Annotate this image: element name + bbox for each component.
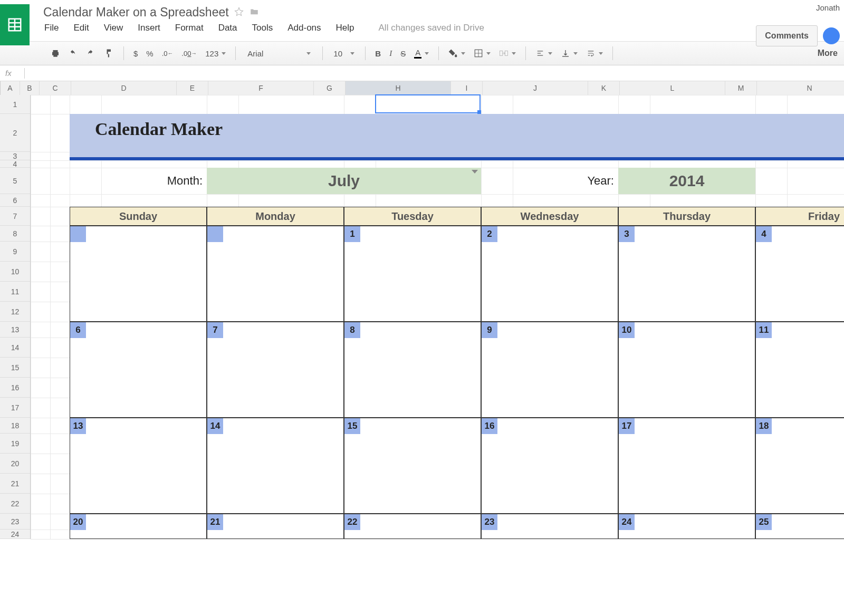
calendar-cell[interactable]: 3 (618, 226, 755, 322)
calendar-cell[interactable]: 22 (344, 514, 481, 539)
month-select[interactable]: July (207, 168, 481, 194)
font-size-select[interactable]: 10 (329, 49, 359, 58)
row-header-22[interactable]: 22 (0, 494, 30, 514)
row-header-24[interactable]: 24 (0, 530, 30, 539)
number-format-button[interactable]: 123 (202, 47, 229, 60)
calendar-cell[interactable]: 15 (344, 418, 481, 514)
calendar-cell[interactable] (207, 226, 344, 322)
calendar-cell[interactable]: 23 (481, 514, 618, 539)
row-header-21[interactable]: 21 (0, 474, 30, 494)
menu-data[interactable]: Data (218, 23, 237, 33)
percent-button[interactable]: % (143, 47, 156, 60)
row-header-13[interactable]: 13 (0, 322, 30, 338)
column-header-C[interactable]: C (40, 81, 71, 95)
currency-button[interactable]: $ (130, 47, 141, 60)
row-header-12[interactable]: 12 (0, 302, 30, 322)
row-header-14[interactable]: 14 (0, 338, 30, 358)
share-button[interactable] (823, 27, 840, 44)
menu-view[interactable]: View (104, 23, 123, 33)
calendar-cell[interactable]: 10 (618, 322, 755, 418)
row-header-5[interactable]: 5 (0, 168, 30, 194)
calendar-cell[interactable]: 8 (344, 322, 481, 418)
valign-button[interactable] (558, 47, 581, 60)
column-header-G[interactable]: G (314, 81, 346, 95)
row-header-6[interactable]: 6 (0, 194, 30, 207)
column-header-L[interactable]: L (620, 81, 725, 95)
calendar-cell[interactable]: 9 (481, 322, 618, 418)
sheets-logo[interactable] (0, 4, 30, 45)
calendar-cell[interactable]: 7 (207, 322, 344, 418)
year-input[interactable]: 2014 (618, 168, 755, 194)
row-header-18[interactable]: 18 (0, 418, 30, 434)
row-header-8[interactable]: 8 (0, 226, 30, 242)
doc-title[interactable]: Calendar Maker on a Spreadsheet (43, 5, 229, 20)
undo-icon[interactable] (65, 47, 81, 59)
folder-icon[interactable] (249, 7, 260, 18)
calendar-cell[interactable]: 13 (70, 418, 207, 514)
row-header-23[interactable]: 23 (0, 514, 30, 530)
redo-icon[interactable] (83, 47, 99, 59)
column-header-M[interactable]: M (725, 81, 757, 95)
menu-edit[interactable]: Edit (73, 23, 89, 33)
row-header-20[interactable]: 20 (0, 454, 30, 474)
calendar-cell[interactable]: 24 (618, 514, 755, 539)
column-header-N[interactable]: N (757, 81, 844, 95)
strike-button[interactable]: S (397, 47, 409, 60)
row-header-11[interactable]: 11 (0, 282, 30, 302)
column-header-K[interactable]: K (588, 81, 620, 95)
column-header-A[interactable]: A (1, 81, 20, 95)
menu-insert[interactable]: Insert (138, 23, 160, 33)
italic-button[interactable]: I (386, 47, 395, 60)
borders-button[interactable] (471, 46, 494, 60)
row-header-10[interactable]: 10 (0, 262, 30, 282)
calendar-cell[interactable]: 16 (481, 418, 618, 514)
calendar-cell[interactable]: 6 (70, 322, 207, 418)
row-header-15[interactable]: 15 (0, 358, 30, 378)
calendar-cell[interactable]: 20 (70, 514, 207, 539)
menu-addons[interactable]: Add-ons (287, 23, 321, 33)
menu-format[interactable]: Format (175, 23, 204, 33)
paint-format-icon[interactable] (101, 46, 117, 60)
row-header-16[interactable]: 16 (0, 378, 30, 398)
row-header-17[interactable]: 17 (0, 398, 30, 418)
merge-button[interactable] (496, 46, 519, 60)
text-color-button[interactable]: A (411, 46, 432, 61)
username[interactable]: Jonath (816, 3, 840, 12)
decrease-decimal-button[interactable]: .0← (159, 47, 177, 60)
column-header-B[interactable]: B (20, 81, 40, 95)
column-header-J[interactable]: J (483, 81, 588, 95)
calendar-cell[interactable]: 2 (481, 226, 618, 322)
comments-button[interactable]: Comments (756, 25, 818, 46)
calendar-cell[interactable]: 18 (755, 418, 844, 514)
calendar-cell[interactable]: 14 (207, 418, 344, 514)
row-header-1[interactable]: 1 (0, 95, 30, 114)
halign-button[interactable] (532, 47, 555, 59)
calendar-cell[interactable]: 1 (344, 226, 481, 322)
calendar-cell[interactable]: 21 (207, 514, 344, 539)
calendar-cell[interactable]: 25 (755, 514, 844, 539)
increase-decimal-button[interactable]: .00→ (178, 47, 200, 60)
menu-file[interactable]: File (44, 23, 59, 33)
row-header-7[interactable]: 7 (0, 207, 30, 226)
calendar-cell[interactable]: 4 (755, 226, 844, 322)
row-header-9[interactable]: 9 (0, 242, 30, 262)
menu-tools[interactable]: Tools (252, 23, 273, 33)
star-icon[interactable] (234, 7, 244, 18)
column-header-D[interactable]: D (71, 81, 177, 95)
column-header-E[interactable]: E (177, 81, 208, 95)
column-header-I[interactable]: I (451, 81, 483, 95)
bold-button[interactable]: B (372, 47, 384, 60)
row-header-4[interactable]: 4 (0, 160, 30, 168)
font-select[interactable]: Arial (242, 49, 316, 58)
cell-area[interactable]: Calendar MakerOne MonthMonth:JulyYear:20… (31, 95, 844, 539)
row-header-2[interactable]: 2 (0, 114, 30, 152)
calendar-cell[interactable]: 17 (618, 418, 755, 514)
row-header-19[interactable]: 19 (0, 434, 30, 454)
formula-bar[interactable]: fx (0, 65, 844, 81)
print-icon[interactable] (47, 46, 63, 60)
column-header-F[interactable]: F (208, 81, 314, 95)
menu-help[interactable]: Help (336, 23, 354, 33)
calendar-cell[interactable] (70, 226, 207, 322)
wrap-button[interactable] (583, 47, 606, 59)
calendar-cell[interactable]: 11 (755, 322, 844, 418)
